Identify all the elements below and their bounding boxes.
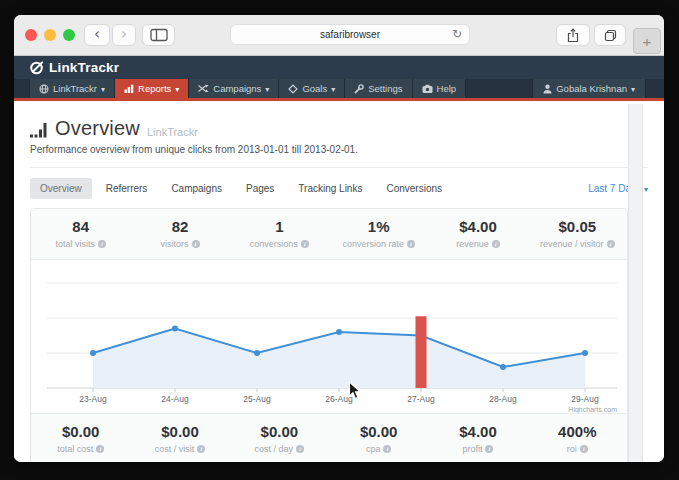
nav-item-label: Reports	[138, 83, 171, 94]
screenshot-frame: ‹ › safaribrowser ↻	[0, 0, 679, 480]
zoom-window-icon[interactable]	[63, 29, 75, 41]
nav-item-label: Campaigns	[213, 83, 261, 94]
address-bar[interactable]: safaribrowser ↻	[230, 24, 470, 45]
scrollbar[interactable]	[628, 104, 643, 462]
stats-row-top: 84 total visitsi 82 visitorsi 1 conversi…	[31, 209, 627, 259]
nav-item-goals[interactable]: Goals ▾	[279, 79, 345, 98]
info-icon[interactable]: i	[301, 240, 309, 248]
overview-panel: 84 total visitsi 82 visitorsi 1 conversi…	[30, 208, 628, 462]
nav-item-reports[interactable]: Reports ▾	[115, 79, 189, 98]
stat-value: $4.00	[428, 423, 527, 440]
nav-item-label: Goals	[302, 83, 327, 94]
svg-text:27-Aug: 27-Aug	[407, 394, 435, 404]
tab-overview[interactable]: Overview	[30, 178, 92, 199]
info-icon[interactable]: i	[580, 445, 588, 453]
svg-text:Highcharts.com: Highcharts.com	[568, 406, 617, 414]
info-icon[interactable]: i	[197, 445, 205, 453]
stat-total-cost: $0.00 total costi	[31, 414, 130, 462]
stats-row-bottom: $0.00 total costi $0.00 cost / visiti $0…	[31, 414, 627, 462]
stat-label: cost / day	[255, 444, 294, 454]
nav-item-campaigns[interactable]: Campaigns ▾	[189, 79, 279, 98]
minimize-window-icon[interactable]	[44, 29, 56, 41]
diamond-icon	[288, 84, 298, 94]
user-icon	[543, 84, 552, 94]
close-window-icon[interactable]	[25, 29, 37, 41]
forward-chevron-icon: ›	[121, 27, 127, 42]
address-text: safaribrowser	[320, 29, 380, 40]
info-icon[interactable]: i	[296, 445, 304, 453]
browser-chrome: ‹ › safaribrowser ↻	[14, 15, 664, 56]
stat-value: $0.00	[130, 423, 229, 440]
user-menu[interactable]: Gobala Krishnan ▾	[532, 79, 646, 98]
new-tab-button[interactable]: +	[633, 28, 661, 54]
tab-tracking-links[interactable]: Tracking Links	[288, 178, 372, 199]
stat-value: $0.00	[31, 423, 130, 440]
browser-window: ‹ › safaribrowser ↻	[14, 15, 664, 462]
tab-pages[interactable]: Pages	[236, 178, 284, 199]
stat-conversion-rate: 1% conversion ratei	[329, 209, 428, 259]
caret-down-icon: ▾	[175, 85, 179, 94]
stat-label: visitors	[160, 239, 188, 249]
tab-campaigns[interactable]: Campaigns	[161, 178, 232, 199]
forward-button[interactable]: ›	[112, 24, 136, 46]
info-icon[interactable]: i	[383, 445, 391, 453]
stat-cpa: $0.00 cpai	[329, 414, 428, 462]
info-icon[interactable]: i	[607, 240, 615, 248]
info-icon[interactable]: i	[485, 445, 493, 453]
back-button[interactable]: ‹	[84, 24, 110, 46]
svg-text:23-Aug: 23-Aug	[79, 394, 107, 404]
stat-value: 82	[130, 218, 229, 235]
stat-label: conversions	[250, 239, 298, 249]
nav-item-linktrackr[interactable]: LinkTrackr ▾	[29, 79, 115, 98]
sidebar-icon	[150, 28, 168, 42]
stat-label: revenue / visitor	[540, 239, 604, 249]
page-title: Overview	[55, 117, 140, 140]
nav-item-label: Settings	[368, 83, 402, 94]
share-button[interactable]	[556, 24, 590, 46]
help-icon	[422, 84, 433, 94]
stat-total-visits: 84 total visitsi	[31, 209, 130, 259]
plus-icon: +	[643, 33, 652, 50]
tab-referrers[interactable]: Referrers	[96, 178, 158, 199]
stat-value: 1	[230, 218, 329, 235]
stat-revenue: $4.00 revenuei	[428, 209, 527, 259]
page-title-suffix: LinkTrackr	[147, 126, 198, 140]
chart-section: 23-Aug24-Aug25-Aug26-Aug27-Aug28-Aug29-A…	[31, 259, 627, 414]
user-name: Gobala Krishnan	[556, 83, 627, 94]
tab-conversions[interactable]: Conversions	[376, 178, 452, 199]
caret-down-icon: ▾	[101, 85, 105, 94]
nav-item-help[interactable]: Help	[413, 79, 467, 98]
stat-roi: 400% roii	[528, 414, 627, 462]
caret-down-icon: ▾	[265, 85, 269, 94]
stat-cost-per-visit: $0.00 cost / visiti	[130, 414, 229, 462]
share-icon	[567, 28, 579, 43]
linktrackr-logo-icon	[29, 60, 45, 76]
caret-down-icon: ▾	[644, 185, 648, 194]
nav-item-label: Help	[437, 83, 457, 94]
page-header: Overview LinkTrackr Performance overview…	[14, 104, 664, 168]
stat-value: 1%	[329, 218, 428, 235]
info-icon[interactable]: i	[492, 240, 500, 248]
info-icon[interactable]: i	[96, 445, 104, 453]
svg-text:29-Aug: 29-Aug	[571, 394, 599, 404]
bar-chart-icon	[124, 84, 134, 93]
stat-value: $0.00	[230, 423, 329, 440]
nav-item-settings[interactable]: Settings	[345, 79, 412, 98]
stat-label: total cost	[57, 444, 93, 454]
tabs-overview-button[interactable]	[594, 24, 626, 46]
shuffle-icon	[198, 84, 209, 93]
caret-down-icon: ▾	[331, 85, 335, 94]
reload-icon[interactable]: ↻	[452, 27, 462, 41]
info-icon[interactable]: i	[192, 240, 200, 248]
main-nav: LinkTrackr ▾ Reports ▾ Campaigns	[14, 79, 664, 101]
stat-value: 84	[31, 218, 130, 235]
stat-label: profit	[462, 444, 482, 454]
sidebar-button[interactable]	[142, 24, 175, 46]
signal-bars-icon	[30, 121, 48, 138]
tabs-icon	[604, 29, 617, 42]
stat-value: $0.05	[528, 218, 627, 235]
stat-revenue-per-visitor: $0.05 revenue / visitori	[528, 209, 627, 259]
info-icon[interactable]: i	[407, 240, 415, 248]
info-icon[interactable]: i	[98, 240, 106, 248]
nav-item-label: LinkTrackr	[53, 83, 97, 94]
